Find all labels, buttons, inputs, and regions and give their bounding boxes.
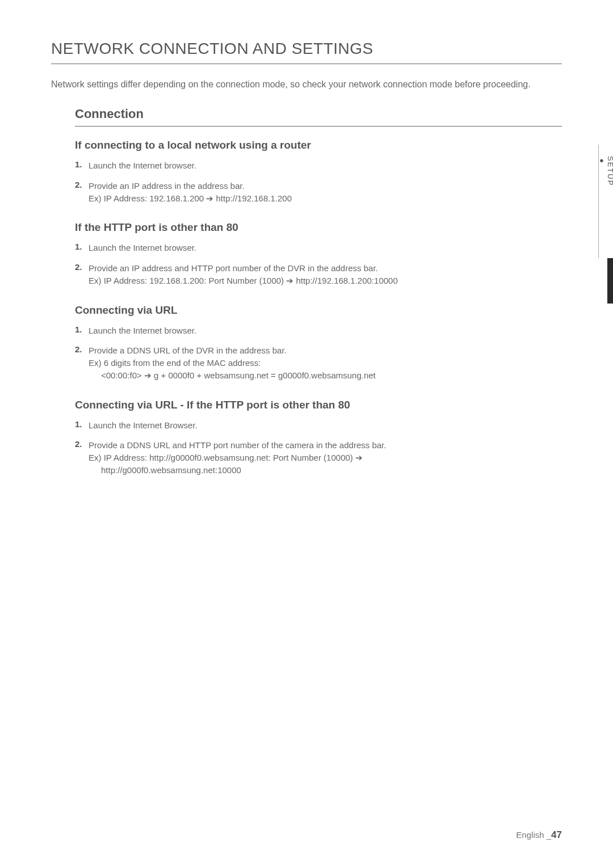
side-tab-marker [607,258,613,304]
step-number: 2. [75,344,89,381]
list-item: 1. Launch the Internet browser. [75,325,562,337]
step-text: Launch the Internet browser. [89,242,196,254]
page-title: NETWORK CONNECTION AND SETTINGS [51,40,562,64]
step-line: Ex) IP Address: http://g0000f0.websamsun… [89,452,386,464]
step-text: Launch the Internet Browser. [89,419,198,432]
bullet-icon: ● [598,156,606,165]
subsection-title-router: If connecting to a local network using a… [75,139,562,151]
section-title-connection: Connection [75,107,562,127]
step-text: Provide an IP address and HTTP port numb… [89,262,398,287]
step-text: Provide a DDNS URL of the DVR in the add… [89,344,376,381]
step-list: 1. Launch the Internet browser. 2. Provi… [75,242,562,286]
list-item: 1. Launch the Internet browser. [75,159,562,172]
side-tab-label: SETUP [606,156,614,186]
step-number: 2. [75,439,89,476]
step-line: Ex) IP Address: 192.168.1.200 ➔ http://1… [89,192,292,205]
step-text: Provide a DDNS URL and HTTP port number … [89,439,386,476]
list-item: 2. Provide a DDNS URL of the DVR in the … [75,344,562,381]
step-number: 1. [75,242,89,254]
step-line: Provide an IP address and HTTP port numb… [89,262,398,275]
page-footer: English _47 [516,829,562,841]
step-list: 1. Launch the Internet browser. 2. Provi… [75,159,562,204]
list-item: 1. Launch the Internet Browser. [75,419,562,432]
step-line: Provide a DDNS URL and HTTP port number … [89,439,386,452]
list-item: 2. Provide an IP address and HTTP port n… [75,262,562,287]
step-number: 2. [75,180,89,205]
step-number: 2. [75,262,89,287]
step-list: 1. Launch the Internet browser. 2. Provi… [75,325,562,382]
subsection-title-via-url: Connecting via URL [75,304,562,317]
step-line: http://g000f0.websamsung.net:10000 [89,464,386,477]
intro-paragraph: Network settings differ depending on the… [51,78,562,91]
list-item: 2. Provide an IP address in the address … [75,180,562,205]
step-text: Launch the Internet browser. [89,159,196,172]
list-item: 1. Launch the Internet browser. [75,242,562,254]
subsection-title-http-port: If the HTTP port is other than 80 [75,221,562,234]
step-number: 1. [75,159,89,172]
step-line: Ex) 6 digits from the end of the MAC add… [89,357,376,369]
step-text: Launch the Internet browser. [89,325,196,337]
subsection-title-via-url-port: Connecting via URL - If the HTTP port is… [75,399,562,411]
list-item: 2. Provide a DDNS URL and HTTP port numb… [75,439,562,476]
step-list: 1. Launch the Internet Browser. 2. Provi… [75,419,562,477]
footer-page-number: 47 [551,829,562,840]
side-tab: ● SETUP [598,145,613,258]
step-number: 1. [75,419,89,432]
step-line: Provide an IP address in the address bar… [89,180,292,192]
step-text: Provide an IP address in the address bar… [89,180,292,205]
step-line: Provide a DDNS URL of the DVR in the add… [89,344,376,357]
step-line: Ex) IP Address: 192.168.1.200: Port Numb… [89,275,398,287]
footer-language: English _ [516,830,551,840]
step-number: 1. [75,325,89,337]
step-line: <00:00:f0> ➔ g + 0000f0 + websamsung.net… [89,369,376,382]
